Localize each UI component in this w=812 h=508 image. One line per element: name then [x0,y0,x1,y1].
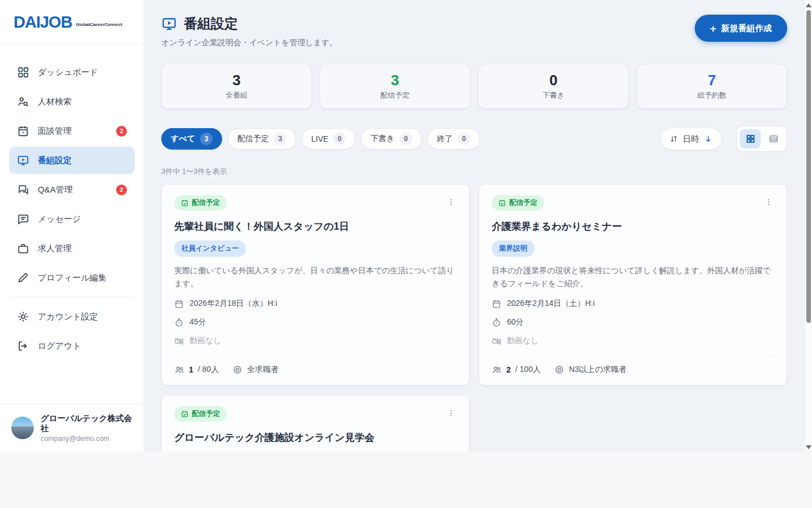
sidebar-item-label: 求人管理 [38,243,72,254]
kebab-menu-button[interactable] [763,195,774,209]
notification-badge: 2 [116,185,127,195]
kebab-icon [447,409,456,418]
list-view-icon [769,134,779,144]
filter-chip-live[interactable]: LIVE 0 [302,128,355,150]
stat-label: 配信予定 [381,90,410,100]
status-label: 配信予定 [509,198,537,208]
user-email: company@demo.com [41,435,133,443]
program-duration: 60分 [507,317,524,327]
sidebar-item-messages[interactable]: メッセージ [9,205,135,233]
sort-label: 日時 [683,134,699,144]
user-account-box[interactable]: グローバルテック株式会社 company@demo.com [0,404,144,452]
calendar-icon [174,299,184,309]
vertical-scrollbar[interactable] [805,0,812,452]
pencil-icon [17,271,29,284]
create-program-label: 新規番組作成 [721,23,772,34]
calendar-check-icon [498,199,506,207]
dashboard-icon [17,66,29,78]
stat-value: 7 [708,72,716,89]
reservation-count: 1 / 80人 [174,365,219,375]
sidebar-item-label: 面談管理 [38,126,72,137]
grid-view-icon [745,134,756,144]
notification-badge: 2 [116,126,127,137]
chip-count: 3 [200,133,213,145]
scrollbar-up-arrow[interactable] [806,3,811,7]
plus-icon: + [710,23,716,34]
chip-count: 3 [274,133,286,145]
sidebar-item-interview[interactable]: 面談管理 2 [9,117,135,144]
list-view-button[interactable] [763,129,784,148]
scrollbar-thumb[interactable] [806,10,811,323]
qa-chat-icon [17,183,29,196]
program-card-footer: 2 / 100人 N3以上の求職者 [492,356,774,375]
target-audience: 全求職者 [232,365,279,375]
chip-count: 0 [333,133,346,145]
sidebar-item-account-settings[interactable]: アカウント設定 [9,303,135,330]
create-program-button[interactable]: + 新規番組作成 [695,15,787,42]
page-subtitle: オンライン企業説明会・イベントを管理します。 [161,38,337,48]
program-video-row: 動画なし [174,336,457,346]
target-text: 全求職者 [247,365,279,375]
sidebar-item-label: ログアウト [38,341,81,352]
filter-chip-all[interactable]: すべて 3 [161,128,222,150]
program-monitor-icon [17,154,29,167]
program-title: 先輩社員に聞く！外国人スタッフの1日 [174,220,457,233]
program-video-row: 動画なし [492,336,774,346]
sidebar-item-label: アカウント設定 [38,312,98,322]
program-cards-grid: 配信予定 先輩社員に聞く！外国人スタッフの1日 社員インタビュー 実際に働いてい… [161,184,787,452]
sort-updown-icon [669,134,678,143]
sidebar-item-programs[interactable]: 番組設定 [9,147,135,174]
status-badge: 配信予定 [174,406,227,422]
capacity-text: / 100人 [515,365,541,375]
stat-card-total: 3 全番組 [161,64,312,109]
message-icon [17,213,29,225]
program-duration: 45分 [189,317,206,327]
video-off-icon [492,336,501,346]
sidebar: DAIJOB GlobalCareerConnect ダッシュボード 人材検索 [0,0,144,452]
timer-icon [492,318,501,327]
program-title: グローバルテック介護施設オンライン見学会 [174,431,457,444]
stat-card-scheduled: 3 配信予定 [320,64,470,109]
sidebar-item-jobs[interactable]: 求人管理 [9,235,135,262]
filter-chip-ended[interactable]: 終了 0 [427,128,480,150]
category-tag: 社員インタビュー [174,240,246,257]
stats-row: 3 全番組 3 配信予定 0 下書き 7 総予約数 [161,64,787,109]
calendar-check-icon [181,410,188,418]
sidebar-nav: ダッシュボード 人材検索 面談管理 2 番組設定 [0,45,144,362]
sidebar-item-dashboard[interactable]: ダッシュボード [9,59,135,86]
reservation-count: 2 / 100人 [492,365,541,375]
status-badge: 配信予定 [174,195,227,211]
target-icon [232,365,242,375]
kebab-menu-button[interactable] [445,195,457,209]
sidebar-divider [9,297,135,297]
sort-button[interactable]: 日時 [660,128,722,150]
capacity-text: / 80人 [198,365,219,375]
program-card[interactable]: 配信予定 先輩社員に聞く！外国人スタッフの1日 社員インタビュー 実際に働いてい… [161,184,470,386]
sidebar-item-talent-search[interactable]: 人材検索 [9,88,135,115]
sidebar-item-profile-edit[interactable]: プロフィール編集 [9,264,135,291]
main-content: 番組設定 オンライン企業説明会・イベントを管理します。 + 新規番組作成 3 全… [144,0,812,452]
program-card[interactable]: 配信予定 介護業界まるわかりセミナー 業界説明 日本の介護業界の現状と将来性につ… [479,184,787,386]
program-title: 介護業界まるわかりセミナー [492,220,774,233]
program-card-footer: 1 / 80人 全求職者 [174,356,457,375]
stat-card-drafts: 0 下書き [478,64,629,109]
user-company-name: グローバルテック株式会社 [41,413,133,433]
brand-tagline: GlobalCareerConnect [76,22,122,27]
reserved-number: 1 [189,365,193,374]
scrollbar-down-arrow[interactable] [806,445,811,449]
program-date-row: 2026年2月14日（土）H:i [492,299,774,309]
filter-chip-scheduled[interactable]: 配信予定 3 [228,128,296,150]
kebab-menu-button[interactable] [445,406,457,420]
logout-icon [17,340,29,352]
program-date: 2026年2月14日（土）H:i [507,299,595,309]
program-card[interactable]: 配信予定 グローバルテック介護施設オンライン見学会 [161,395,470,452]
chip-count: 0 [400,133,412,145]
sidebar-item-qa[interactable]: Q&A管理 2 [9,176,135,203]
chip-label: LIVE [311,134,328,143]
filter-chip-draft[interactable]: 下書き 0 [361,128,421,150]
person-search-icon [17,95,29,108]
sidebar-item-label: メッセージ [38,214,81,225]
sidebar-item-logout[interactable]: ログアウト [9,332,135,360]
stat-label: 下書き [542,90,564,100]
grid-view-button[interactable] [740,129,761,148]
